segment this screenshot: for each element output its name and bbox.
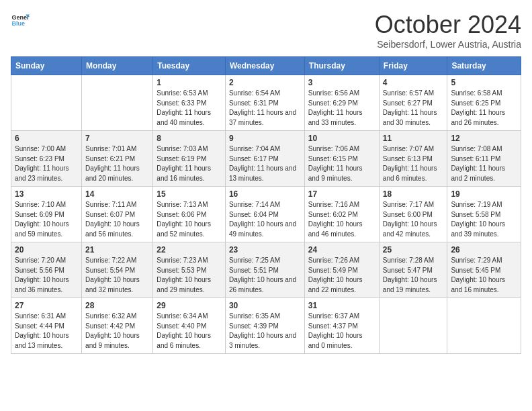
day-number: 16 bbox=[229, 189, 301, 199]
day-info: Sunrise: 7:25 AM Sunset: 5:51 PM Dayligh… bbox=[229, 256, 301, 295]
header-tuesday: Tuesday bbox=[153, 57, 226, 75]
day-number: 30 bbox=[229, 301, 301, 310]
day-info: Sunrise: 6:54 AM Sunset: 6:31 PM Dayligh… bbox=[229, 89, 301, 128]
day-number: 10 bbox=[308, 134, 375, 143]
day-number: 2 bbox=[229, 78, 301, 87]
logo-icon: General Blue bbox=[11, 11, 30, 30]
day-info: Sunrise: 7:00 AM Sunset: 6:23 PM Dayligh… bbox=[15, 144, 78, 183]
header-saturday: Saturday bbox=[447, 57, 521, 75]
calendar-cell: 3Sunrise: 6:56 AM Sunset: 6:29 PM Daylig… bbox=[304, 75, 379, 131]
day-number: 22 bbox=[157, 245, 222, 255]
calendar-cell: 24Sunrise: 7:26 AM Sunset: 5:49 PM Dayli… bbox=[304, 242, 379, 298]
day-info: Sunrise: 6:32 AM Sunset: 4:42 PM Dayligh… bbox=[85, 312, 149, 351]
calendar-cell: 5Sunrise: 6:58 AM Sunset: 6:25 PM Daylig… bbox=[447, 75, 521, 131]
calendar-week-row: 13Sunrise: 7:10 AM Sunset: 6:09 PM Dayli… bbox=[11, 187, 521, 242]
day-info: Sunrise: 6:57 AM Sunset: 6:27 PM Dayligh… bbox=[383, 89, 444, 128]
day-info: Sunrise: 6:56 AM Sunset: 6:29 PM Dayligh… bbox=[308, 89, 375, 128]
day-info: Sunrise: 7:06 AM Sunset: 6:15 PM Dayligh… bbox=[308, 144, 375, 183]
calendar-cell: 11Sunrise: 7:07 AM Sunset: 6:13 PM Dayli… bbox=[379, 131, 447, 187]
calendar-cell: 7Sunrise: 7:01 AM Sunset: 6:21 PM Daylig… bbox=[82, 131, 153, 187]
day-number: 31 bbox=[308, 301, 375, 310]
header-friday: Friday bbox=[379, 57, 447, 75]
day-number: 14 bbox=[85, 189, 149, 199]
calendar-cell: 14Sunrise: 7:11 AM Sunset: 6:07 PM Dayli… bbox=[82, 187, 153, 242]
day-info: Sunrise: 7:13 AM Sunset: 6:06 PM Dayligh… bbox=[157, 200, 222, 239]
day-number: 1 bbox=[157, 78, 222, 87]
calendar-week-row: 6Sunrise: 7:00 AM Sunset: 6:23 PM Daylig… bbox=[11, 131, 521, 187]
day-info: Sunrise: 7:29 AM Sunset: 5:45 PM Dayligh… bbox=[451, 256, 517, 295]
header-thursday: Thursday bbox=[304, 57, 379, 75]
day-info: Sunrise: 7:03 AM Sunset: 6:19 PM Dayligh… bbox=[157, 144, 222, 183]
title-block: October 2024 Seibersdorf, Lower Austria,… bbox=[375, 11, 521, 50]
day-info: Sunrise: 6:53 AM Sunset: 6:33 PM Dayligh… bbox=[157, 89, 222, 128]
header-monday: Monday bbox=[82, 57, 153, 75]
calendar-cell: 2Sunrise: 6:54 AM Sunset: 6:31 PM Daylig… bbox=[225, 75, 304, 131]
day-info: Sunrise: 7:28 AM Sunset: 5:47 PM Dayligh… bbox=[383, 256, 444, 295]
calendar-cell: 23Sunrise: 7:25 AM Sunset: 5:51 PM Dayli… bbox=[225, 242, 304, 298]
calendar-cell: 1Sunrise: 6:53 AM Sunset: 6:33 PM Daylig… bbox=[153, 75, 226, 131]
day-number: 25 bbox=[383, 245, 444, 255]
day-number: 21 bbox=[85, 245, 149, 255]
day-info: Sunrise: 6:58 AM Sunset: 6:25 PM Dayligh… bbox=[451, 89, 517, 128]
day-number: 3 bbox=[308, 78, 375, 87]
day-number: 12 bbox=[451, 134, 517, 143]
calendar-cell: 25Sunrise: 7:28 AM Sunset: 5:47 PM Dayli… bbox=[379, 242, 447, 298]
calendar-cell: 30Sunrise: 6:35 AM Sunset: 4:39 PM Dayli… bbox=[225, 298, 304, 354]
day-info: Sunrise: 6:37 AM Sunset: 4:37 PM Dayligh… bbox=[308, 312, 375, 351]
calendar-week-row: 20Sunrise: 7:20 AM Sunset: 5:56 PM Dayli… bbox=[11, 242, 521, 298]
day-number: 28 bbox=[85, 301, 149, 310]
day-info: Sunrise: 7:14 AM Sunset: 6:04 PM Dayligh… bbox=[229, 200, 301, 239]
month-title: October 2024 bbox=[375, 11, 521, 39]
day-info: Sunrise: 7:07 AM Sunset: 6:13 PM Dayligh… bbox=[383, 144, 444, 183]
calendar-cell: 8Sunrise: 7:03 AM Sunset: 6:19 PM Daylig… bbox=[153, 131, 226, 187]
day-info: Sunrise: 7:04 AM Sunset: 6:17 PM Dayligh… bbox=[229, 144, 301, 183]
day-info: Sunrise: 6:35 AM Sunset: 4:39 PM Dayligh… bbox=[229, 312, 301, 351]
day-info: Sunrise: 7:16 AM Sunset: 6:02 PM Dayligh… bbox=[308, 200, 375, 239]
day-number: 4 bbox=[383, 78, 444, 87]
day-number: 29 bbox=[157, 301, 222, 310]
day-number: 9 bbox=[229, 134, 301, 143]
day-number: 8 bbox=[157, 134, 222, 143]
calendar-header-row: SundayMondayTuesdayWednesdayThursdayFrid… bbox=[11, 57, 521, 75]
header-sunday: Sunday bbox=[11, 57, 82, 75]
day-info: Sunrise: 7:26 AM Sunset: 5:49 PM Dayligh… bbox=[308, 256, 375, 295]
day-number: 17 bbox=[308, 189, 375, 199]
day-number: 5 bbox=[451, 78, 517, 87]
calendar-cell: 19Sunrise: 7:19 AM Sunset: 5:58 PM Dayli… bbox=[447, 187, 521, 242]
calendar-cell bbox=[447, 298, 521, 354]
calendar-cell: 18Sunrise: 7:17 AM Sunset: 6:00 PM Dayli… bbox=[379, 187, 447, 242]
day-info: Sunrise: 7:20 AM Sunset: 5:56 PM Dayligh… bbox=[15, 256, 78, 295]
calendar-cell: 10Sunrise: 7:06 AM Sunset: 6:15 PM Dayli… bbox=[304, 131, 379, 187]
calendar-cell: 29Sunrise: 6:34 AM Sunset: 4:40 PM Dayli… bbox=[153, 298, 226, 354]
day-number: 23 bbox=[229, 245, 301, 255]
calendar-table: SundayMondayTuesdayWednesdayThursdayFrid… bbox=[11, 56, 521, 354]
calendar-cell bbox=[82, 75, 153, 131]
calendar-week-row: 1Sunrise: 6:53 AM Sunset: 6:33 PM Daylig… bbox=[11, 75, 521, 131]
day-number: 20 bbox=[15, 245, 78, 255]
svg-text:Blue: Blue bbox=[11, 20, 25, 27]
calendar-cell bbox=[11, 75, 82, 131]
location-subtitle: Seibersdorf, Lower Austria, Austria bbox=[375, 39, 521, 50]
day-info: Sunrise: 7:01 AM Sunset: 6:21 PM Dayligh… bbox=[85, 144, 149, 183]
page-header: General Blue October 2024 Seibersdorf, L… bbox=[11, 11, 521, 50]
calendar-cell: 12Sunrise: 7:08 AM Sunset: 6:11 PM Dayli… bbox=[447, 131, 521, 187]
day-info: Sunrise: 6:34 AM Sunset: 4:40 PM Dayligh… bbox=[157, 312, 222, 351]
calendar-cell: 13Sunrise: 7:10 AM Sunset: 6:09 PM Dayli… bbox=[11, 187, 82, 242]
day-number: 24 bbox=[308, 245, 375, 255]
day-number: 6 bbox=[15, 134, 78, 143]
day-info: Sunrise: 7:08 AM Sunset: 6:11 PM Dayligh… bbox=[451, 144, 517, 183]
day-number: 26 bbox=[451, 245, 517, 255]
calendar-cell: 17Sunrise: 7:16 AM Sunset: 6:02 PM Dayli… bbox=[304, 187, 379, 242]
day-info: Sunrise: 7:19 AM Sunset: 5:58 PM Dayligh… bbox=[451, 200, 517, 239]
header-wednesday: Wednesday bbox=[225, 57, 304, 75]
day-number: 13 bbox=[15, 189, 78, 199]
calendar-cell: 9Sunrise: 7:04 AM Sunset: 6:17 PM Daylig… bbox=[225, 131, 304, 187]
day-number: 27 bbox=[15, 301, 78, 310]
day-number: 18 bbox=[383, 189, 444, 199]
day-number: 15 bbox=[157, 189, 222, 199]
day-info: Sunrise: 7:11 AM Sunset: 6:07 PM Dayligh… bbox=[85, 200, 149, 239]
day-info: Sunrise: 7:22 AM Sunset: 5:54 PM Dayligh… bbox=[85, 256, 149, 295]
day-number: 11 bbox=[383, 134, 444, 143]
calendar-cell bbox=[379, 298, 447, 354]
day-info: Sunrise: 7:17 AM Sunset: 6:00 PM Dayligh… bbox=[383, 200, 444, 239]
